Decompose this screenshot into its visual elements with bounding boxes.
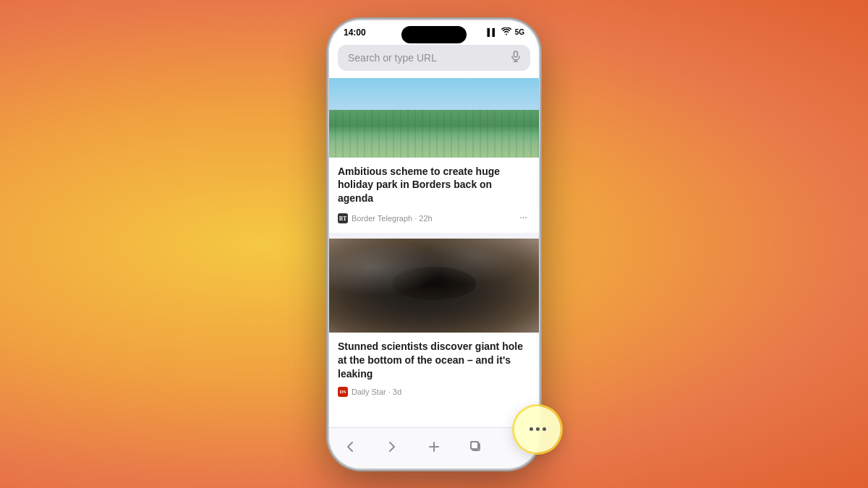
status-time: 14:00 [344,27,366,38]
article-1-favicon: BT [338,213,348,223]
more-options-highlight[interactable] [514,406,561,453]
article-2-image [329,239,539,333]
search-bar[interactable]: Search or type URL [338,45,530,71]
svg-rect-6 [471,442,478,449]
article-2-meta: DS Daily Star · 3d [338,387,530,397]
dot-2 [536,427,540,431]
news-card-1[interactable]: Ambitious scheme to create huge holiday … [329,78,539,232]
dot-3 [542,427,546,431]
news-card-2[interactable]: Stunned scientists discover giant hole a… [329,239,539,403]
phone-mockup: 14:00 App Store ▌▌ 5G [329,20,539,468]
new-tab-button[interactable] [420,434,448,460]
article-1-more-button[interactable]: ··· [517,211,531,226]
search-bar-container: Search or type URL [329,40,539,78]
browser-toolbar: ··· [329,427,539,468]
article-1-source: BT Border Telegraph · 22h [338,213,433,223]
wifi-icon [501,27,511,37]
three-dots-icon [529,427,546,431]
article-2-source: DS Daily Star · 3d [338,387,401,397]
article-2-title: Stunned scientists discover giant hole a… [338,340,530,381]
background: 14:00 App Store ▌▌ 5G [329,20,539,468]
article-2-favicon: DS [338,387,348,397]
content-area[interactable]: Ambitious scheme to create huge holiday … [329,78,539,427]
tabs-button[interactable] [461,434,490,460]
article-1-image [329,78,539,158]
news-divider-1 [329,233,539,239]
search-placeholder: Search or type URL [348,52,437,64]
article-1-content: Ambitious scheme to create huge holiday … [329,158,539,232]
article-2-source-name: Daily Star · 3d [352,388,401,396]
dot-1 [529,427,533,431]
forward-button[interactable] [378,434,407,460]
article-1-source-name: Border Telegraph · 22h [352,214,433,223]
signal-icon: ▌▌ [487,28,497,36]
article-2-content: Stunned scientists discover giant hole a… [329,333,539,403]
mic-icon[interactable] [511,51,520,65]
article-1-title: Ambitious scheme to create huge holiday … [338,165,530,206]
dynamic-island [401,26,467,43]
article-1-meta: BT Border Telegraph · 22h ··· [338,211,530,226]
battery-icon: 5G [515,28,524,36]
phone-frame: 14:00 App Store ▌▌ 5G [329,20,539,468]
svg-rect-0 [514,51,518,57]
status-icons: ▌▌ 5G [487,27,524,37]
back-button[interactable] [336,434,365,460]
